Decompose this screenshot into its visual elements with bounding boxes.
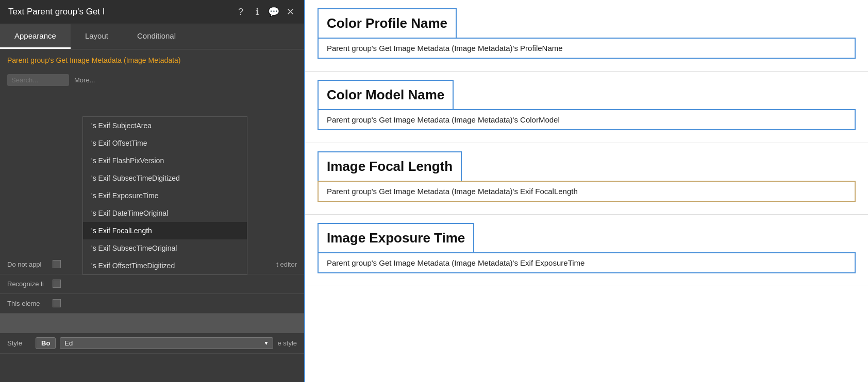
help-icon[interactable]: ?: [235, 6, 246, 18]
dropdown-list: 's Exif SubjectArea 's Exif OffsetTime '…: [82, 116, 247, 275]
section-color-profile: Color Profile Name Parent group's Get Im…: [305, 0, 868, 72]
dropdown-item-6[interactable]: 's Exif FocalLength: [83, 222, 247, 239]
exposure-time-value: Parent group's Get Image Metadata (Image…: [318, 252, 856, 273]
color-profile-title: Color Profile Name: [327, 15, 447, 31]
search-more-row: More...: [0, 72, 304, 90]
tab-layout[interactable]: Layout: [71, 24, 123, 49]
header-icons: ? ℹ 💬 ✕: [235, 6, 296, 18]
color-model-title: Color Model Name: [327, 87, 444, 102]
comment-icon[interactable]: 💬: [268, 6, 279, 18]
this-element-checkbox[interactable]: [53, 299, 61, 307]
dropdown-item-5[interactable]: 's Exif DateTimeOriginal: [83, 204, 247, 222]
dropdown-item-2[interactable]: 's Exif FlashPixVersion: [83, 152, 247, 169]
style-dropdown[interactable]: Ed ▼: [60, 337, 273, 349]
style-dropdown-value: Ed: [64, 339, 73, 347]
panel-title: Text Parent group's Get I: [8, 7, 105, 17]
style-bold-button[interactable]: Bo: [36, 337, 56, 349]
section-focal-length: Image Focal Length Parent group's Get Im…: [305, 143, 868, 215]
this-element-row: This eleme: [0, 294, 304, 314]
section-color-model: Color Model Name Parent group's Get Imag…: [305, 72, 868, 143]
focal-length-value: Parent group's Get Image Metadata (Image…: [318, 181, 856, 202]
recognize-links-label: Recognize li: [7, 280, 48, 288]
section-exposure-time: Image Exposure Time Parent group's Get I…: [305, 215, 868, 286]
style-label: Style: [7, 339, 36, 347]
color-profile-value: Parent group's Get Image Metadata (Image…: [318, 38, 856, 59]
recognize-links-row: Recognize li: [0, 274, 304, 294]
left-panel: Text Parent group's Get I ? ℹ 💬 ✕ Appear…: [0, 0, 304, 382]
panel-header: Text Parent group's Get I ? ℹ 💬 ✕: [0, 0, 304, 24]
chevron-down-icon: ▼: [264, 340, 269, 346]
tabs-bar: Appearance Layout Conditional: [0, 24, 304, 49]
dynamic-source-text[interactable]: Parent group's Get Image Metadata (Image…: [0, 49, 304, 72]
dropdown-item-3[interactable]: 's Exif SubsecTimeDigitized: [83, 169, 247, 187]
color-model-value: Parent group's Get Image Metadata (Image…: [318, 109, 856, 130]
dropdown-item-1[interactable]: 's Exif OffsetTime: [83, 134, 247, 152]
dropdown-item-0[interactable]: 's Exif SubjectArea: [83, 117, 247, 134]
right-panel: Color Profile Name Parent group's Get Im…: [304, 0, 868, 382]
this-element-label: This eleme: [7, 300, 48, 307]
edit-style-link[interactable]: e style: [277, 339, 297, 347]
tab-appearance[interactable]: Appearance: [0, 24, 71, 49]
info-icon[interactable]: ℹ: [252, 6, 263, 18]
do-not-apply-checkbox[interactable]: [53, 260, 61, 268]
dropdown-item-8[interactable]: 's Exif OffsetTimeDigitized: [83, 257, 247, 274]
more-link[interactable]: More...: [74, 76, 95, 84]
dropdown-item-7[interactable]: 's Exif SubsecTimeOriginal: [83, 239, 247, 257]
focal-length-title: Image Focal Length: [327, 159, 453, 174]
text-editor-link[interactable]: t editor: [276, 261, 297, 268]
tab-conditional[interactable]: Conditional: [123, 24, 190, 49]
style-row: Style Bo Ed ▼ e style: [0, 333, 304, 354]
exposure-time-title: Image Exposure Time: [327, 230, 465, 246]
search-input[interactable]: [7, 74, 69, 86]
dropdown-item-4[interactable]: 's Exif ExposureTime: [83, 187, 247, 204]
do-not-apply-label: Do not appl: [7, 261, 48, 268]
recognize-links-checkbox[interactable]: [53, 280, 61, 288]
panel-content: Parent group's Get Image Metadata (Image…: [0, 49, 304, 382]
close-icon[interactable]: ✕: [285, 6, 296, 18]
